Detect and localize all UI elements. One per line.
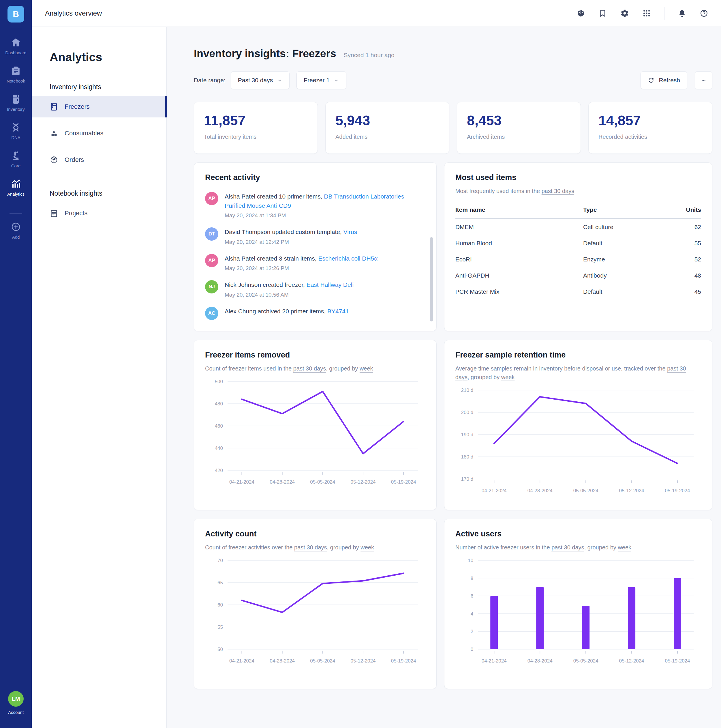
stat-value: 14,857 xyxy=(599,113,702,128)
activity-list: APAisha Patel created 10 primer items, D… xyxy=(205,192,425,320)
svg-text:440: 440 xyxy=(215,445,223,451)
column-item-name: Item name xyxy=(455,206,583,219)
svg-text:70: 70 xyxy=(217,558,223,563)
card-title: Most used items xyxy=(455,173,701,182)
svg-text:05-12-2024: 05-12-2024 xyxy=(619,658,644,664)
svg-text:200 d: 200 d xyxy=(461,410,473,415)
svg-text:04-21-2024: 04-21-2024 xyxy=(229,479,254,485)
activity-text: Nick Johnson created freezer, East Hallw… xyxy=(225,280,354,289)
svg-text:05-05-2024: 05-05-2024 xyxy=(310,479,335,485)
bell-icon[interactable] xyxy=(678,9,686,18)
cell-item-name: EcoRI xyxy=(455,251,583,268)
svg-text:4: 4 xyxy=(470,611,473,616)
svg-text:8: 8 xyxy=(470,576,473,581)
subtitle-link[interactable]: week xyxy=(360,544,374,551)
activity-timestamp: May 20, 2024 at 12:26 PM xyxy=(225,265,377,272)
svg-text:460: 460 xyxy=(215,423,223,429)
subtitle-link[interactable]: past 30 days xyxy=(294,544,327,551)
svg-text:04-28-2024: 04-28-2024 xyxy=(270,658,295,664)
subtitle-link[interactable]: week xyxy=(501,374,515,380)
avatar: DT xyxy=(205,227,218,241)
help-icon[interactable] xyxy=(700,9,708,18)
stat-card-added-items: 5,943 Added items xyxy=(325,102,449,154)
cards-row-3: Activity count Count of freezer activiti… xyxy=(194,519,712,689)
subtitle-text: Number of active freezer users in the xyxy=(455,544,551,551)
cell-item-name: DMEM xyxy=(455,219,583,235)
stat-value: 8,453 xyxy=(467,113,571,128)
stat-value: 11,857 xyxy=(204,113,308,128)
account-label: Account xyxy=(8,710,24,715)
more-options-button[interactable] xyxy=(695,71,712,89)
subtitle-link[interactable]: past 30 days xyxy=(542,188,574,194)
sidebar-item-projects[interactable]: Projects xyxy=(32,203,167,224)
scrollbar-thumb[interactable] xyxy=(430,237,433,321)
chart-title: Freezer sample retention time xyxy=(455,350,701,359)
rail-divider xyxy=(9,213,22,214)
rail-item-analytics[interactable]: Analytics xyxy=(7,179,24,196)
activity-link[interactable]: Escherichia coli DH5α xyxy=(318,255,378,262)
subtitle-link[interactable]: past 30 days xyxy=(293,365,326,372)
actions: Refresh xyxy=(640,71,712,89)
subtitle-text: , grouped by xyxy=(467,374,501,380)
avatar: AP xyxy=(205,192,218,205)
activity-link[interactable]: BY4741 xyxy=(327,308,349,315)
rail-item-dashboard[interactable]: Dashboard xyxy=(5,37,26,55)
rail-item-notebook[interactable]: Notebook xyxy=(7,66,25,83)
app-logo[interactable]: B xyxy=(8,6,24,23)
account-button[interactable]: LM Account xyxy=(8,691,24,715)
active-users-chart: 024681004-21-202404-28-202405-05-202405-… xyxy=(455,556,701,666)
chevron-down-icon xyxy=(277,78,283,83)
most-used-table: Item name Type Units DMEMCell culture62H… xyxy=(455,206,701,300)
subtitle-text: , grouped by xyxy=(584,544,618,551)
activity-item: APAisha Patel created 10 primer items, D… xyxy=(205,192,425,219)
rail-item-label: Dashboard xyxy=(5,50,26,55)
rail-item-core[interactable]: Core xyxy=(11,150,21,168)
bookmark-icon[interactable] xyxy=(599,9,607,18)
sidebar-item-label: Orders xyxy=(64,156,84,164)
cell-type: Antibody xyxy=(583,268,667,284)
activity-description: David Thompson updated custom template, xyxy=(225,228,344,235)
svg-text:170 d: 170 d xyxy=(461,476,473,482)
stat-label: Recorded activities xyxy=(599,134,702,140)
activity-link[interactable]: East Hallway Deli xyxy=(307,281,354,288)
freezer-items-removed-card: Freezer items removed Count of freezer i… xyxy=(194,340,437,510)
activity-description: Aisha Patel created 3 strain items, xyxy=(225,255,318,262)
cube-icon[interactable] xyxy=(576,9,585,18)
gear-icon[interactable] xyxy=(620,9,629,18)
subtitle-text: Count of freezer items used in the xyxy=(205,365,293,372)
topbar: Analytics overview xyxy=(32,0,721,27)
svg-text:180 d: 180 d xyxy=(461,454,473,460)
avatar: AP xyxy=(205,254,218,267)
rail-item-dna[interactable]: DNA xyxy=(11,122,21,140)
activity-description: Aisha Patel created 10 primer items, xyxy=(225,193,324,200)
sidebar-item-label: Consumables xyxy=(64,130,104,137)
rail-item-add[interactable]: Add xyxy=(11,222,21,240)
cell-units: 62 xyxy=(667,219,701,235)
apps-grid-icon[interactable] xyxy=(642,9,651,18)
sidebar-item-orders[interactable]: Orders xyxy=(32,149,167,171)
subtitle-link[interactable]: week xyxy=(618,544,631,551)
filters: Date range: Past 30 days Freezer 1 xyxy=(194,71,353,89)
stat-label: Total inventory items xyxy=(204,134,308,140)
activity-timestamp: May 20, 2024 at 10:56 AM xyxy=(225,292,354,298)
table-header-row: Item name Type Units xyxy=(455,206,701,219)
cards-row-1: Recent activity APAisha Patel created 10… xyxy=(194,162,712,331)
topbar-divider xyxy=(664,7,664,20)
sidebar-item-freezers[interactable]: Freezers xyxy=(32,96,167,118)
sidebar-item-consumables[interactable]: Consumables xyxy=(32,122,167,144)
column-units: Units xyxy=(667,206,701,219)
recent-activity-card: Recent activity APAisha Patel created 10… xyxy=(194,162,437,331)
subtitle-link[interactable]: past 30 days xyxy=(551,544,584,551)
activity-link[interactable]: Virus xyxy=(344,228,357,235)
main-content: Inventory insights: Freezers Synced 1 ho… xyxy=(167,27,721,728)
date-range-select[interactable]: Past 30 days xyxy=(231,71,290,89)
subtitle-link[interactable]: week xyxy=(360,365,373,372)
freezer-select[interactable]: Freezer 1 xyxy=(296,71,346,89)
sidebar-section-heading: Inventory insights xyxy=(50,83,167,91)
subtitle-text: , grouped by xyxy=(327,544,360,551)
refresh-button[interactable]: Refresh xyxy=(640,71,687,89)
chart-title: Active users xyxy=(455,529,701,538)
activity-text: Alex Chung archived 20 primer items, BY4… xyxy=(225,307,349,316)
svg-text:210 d: 210 d xyxy=(461,387,473,393)
rail-item-inventory[interactable]: Inventory xyxy=(7,94,25,112)
